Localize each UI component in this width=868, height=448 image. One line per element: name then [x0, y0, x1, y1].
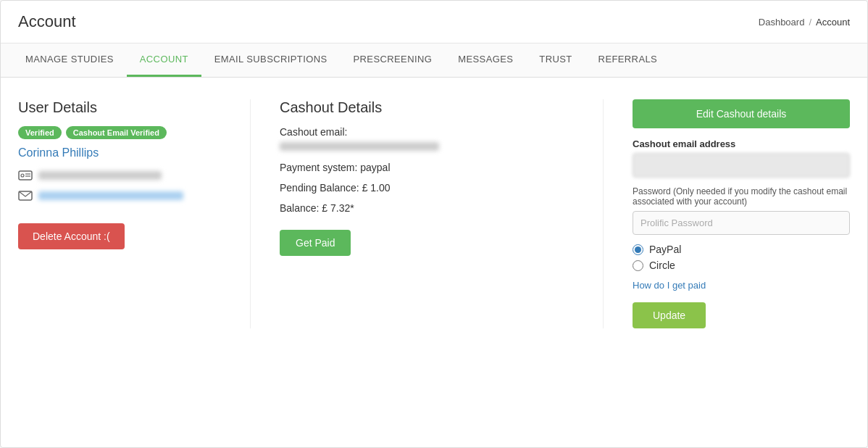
- cashout-email-field-label: Cashout email address: [633, 138, 850, 149]
- radio-paypal-label: PayPal: [649, 244, 681, 255]
- breadcrumb-dashboard[interactable]: Dashboard: [759, 17, 805, 28]
- cashout-email-value: [280, 142, 439, 151]
- radio-circle[interactable]: Circle: [633, 260, 850, 271]
- cashout-details-title: Cashout Details: [280, 99, 574, 116]
- how-paid-link[interactable]: How do I get paid: [633, 280, 850, 291]
- user-details-title: User Details: [18, 99, 221, 116]
- cashout-email-label: Cashout email:: [280, 126, 347, 138]
- page-header: Account Dashboard / Account: [1, 1, 867, 43]
- cashout-email-input-blurred: [633, 153, 850, 178]
- user-details-section: User Details Verified Cashout Email Veri…: [18, 99, 221, 328]
- pending-balance-row: Pending Balance: £ 1.00: [280, 182, 574, 194]
- user-email-value: [38, 191, 183, 200]
- page-title: Account: [18, 12, 76, 31]
- user-name[interactable]: Corinna Phillips: [18, 146, 221, 159]
- password-field-label: Password (Only needed if you modify the …: [633, 186, 850, 207]
- user-id-row: [18, 168, 221, 183]
- cashout-form-section: Edit Cashout details Cashout email addre…: [633, 99, 850, 328]
- update-button[interactable]: Update: [633, 302, 706, 328]
- id-card-icon: [18, 168, 33, 183]
- svg-point-1: [21, 174, 24, 177]
- balance-row: Balance: £ 7.32*: [280, 202, 574, 214]
- balance-value: Balance: £ 7.32*: [280, 202, 354, 214]
- divider-right: [603, 99, 604, 328]
- tab-messages[interactable]: MESSAGES: [445, 43, 526, 77]
- delete-account-button[interactable]: Delete Account :(: [18, 223, 125, 249]
- badge-cashout-verified: Cashout Email Verified: [66, 126, 167, 139]
- user-id-value: [38, 171, 162, 180]
- radio-paypal-input[interactable]: [633, 244, 643, 255]
- payment-system-row: Payment system: paypal: [280, 162, 574, 173]
- cashout-email-row: Cashout email:: [280, 126, 574, 153]
- cashout-details-section: Cashout Details Cashout email: Payment s…: [280, 99, 574, 328]
- breadcrumb-current: Account: [816, 17, 850, 28]
- pending-balance-value: Pending Balance: £ 1.00: [280, 182, 391, 194]
- tab-manage-studies[interactable]: MANAGE STUDIES: [12, 43, 127, 77]
- user-email-row: [18, 188, 221, 203]
- payment-method-radio-group: PayPal Circle: [633, 244, 850, 271]
- password-input[interactable]: [633, 211, 850, 235]
- nav-tabs: MANAGE STUDIES ACCOUNT EMAIL SUBSCRIPTIO…: [1, 43, 867, 78]
- tab-email-subscriptions[interactable]: EMAIL SUBSCRIPTIONS: [201, 43, 341, 77]
- badge-verified: Verified: [18, 126, 62, 139]
- tab-prescreening[interactable]: PRESCREENING: [341, 43, 446, 77]
- breadcrumb: Dashboard / Account: [759, 17, 850, 28]
- payment-system-value: Payment system: paypal: [280, 162, 391, 173]
- tab-trust[interactable]: TRUST: [526, 43, 585, 77]
- user-badges: Verified Cashout Email Verified: [18, 126, 221, 139]
- tab-account[interactable]: ACCOUNT: [127, 43, 201, 77]
- divider-left: [250, 99, 251, 328]
- radio-circle-input[interactable]: [633, 260, 643, 271]
- edit-cashout-button[interactable]: Edit Cashout details: [633, 99, 850, 128]
- breadcrumb-separator: /: [809, 17, 811, 28]
- tab-referrals[interactable]: REFERRALS: [585, 43, 671, 77]
- main-content: User Details Verified Cashout Email Veri…: [1, 78, 867, 350]
- radio-paypal[interactable]: PayPal: [633, 244, 850, 255]
- get-paid-button[interactable]: Get Paid: [280, 230, 351, 256]
- radio-circle-label: Circle: [649, 260, 675, 271]
- envelope-icon: [18, 188, 33, 203]
